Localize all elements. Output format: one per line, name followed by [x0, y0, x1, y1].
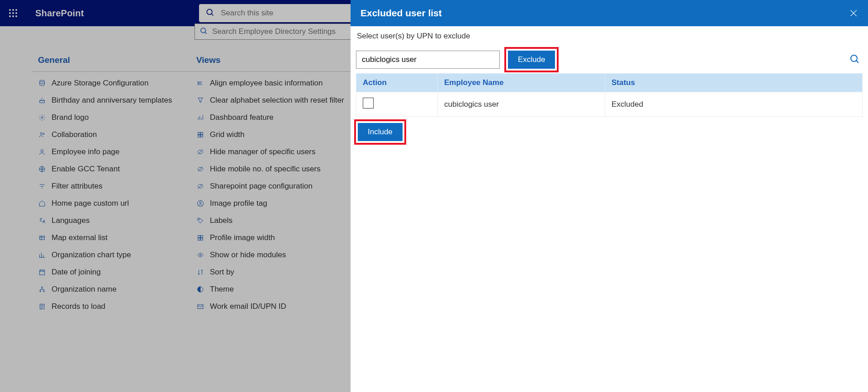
- svg-point-6: [9, 15, 11, 17]
- database-icon: [38, 79, 46, 87]
- settings-item-label: Clear alphabet selection with reset filt…: [210, 96, 344, 105]
- settings-item-label: Dashboard feature: [210, 113, 274, 122]
- settings-item-label: Records to load: [52, 302, 105, 311]
- map-icon: [38, 234, 46, 242]
- org-tree-icon: [38, 285, 46, 293]
- settings-item[interactable]: Azure Storage Configuration: [32, 75, 190, 92]
- sort-icon: [196, 268, 204, 276]
- settings-item[interactable]: Image profile tag: [190, 195, 362, 212]
- svg-point-17: [43, 133, 44, 134]
- settings-item[interactable]: Align employee basic information: [190, 75, 362, 92]
- search-icon: [205, 8, 214, 19]
- settings-item[interactable]: Grid width: [190, 126, 362, 143]
- svg-rect-23: [40, 236, 45, 240]
- settings-item[interactable]: Hide mobile no. of specific users: [190, 161, 362, 178]
- grid-icon: [196, 234, 204, 242]
- table-row: cubiclogics userExcluded: [356, 92, 863, 117]
- settings-item[interactable]: Date of joining: [32, 264, 190, 281]
- close-icon[interactable]: [849, 9, 858, 18]
- th-action: Action: [356, 74, 438, 92]
- include-button[interactable]: Include: [358, 123, 403, 141]
- settings-item[interactable]: Sort by: [190, 264, 362, 281]
- svg-point-16: [40, 132, 42, 134]
- panel-instruction: Select user(s) by UPN to exclude: [356, 32, 863, 41]
- search-icon: [199, 27, 208, 37]
- svg-point-18: [41, 150, 43, 152]
- exclude-button[interactable]: Exclude: [508, 51, 555, 69]
- eye-icon: [196, 251, 204, 259]
- settings-item[interactable]: Languages: [32, 212, 190, 229]
- grid-icon: [196, 131, 204, 139]
- settings-item[interactable]: Profile image width: [190, 229, 362, 246]
- svg-rect-58: [201, 238, 203, 241]
- th-name: Employee Name: [438, 74, 605, 92]
- column-header-general: General: [32, 50, 190, 72]
- svg-point-31: [40, 291, 41, 292]
- settings-item-label: Hide mobile no. of specific users: [210, 165, 321, 174]
- settings-item[interactable]: Records to load: [32, 298, 190, 315]
- settings-item-label: Show or hide modules: [210, 250, 286, 260]
- settings-item-label: Image profile tag: [210, 199, 267, 208]
- settings-item[interactable]: Labels: [190, 212, 362, 229]
- settings-item[interactable]: Employee info page: [32, 143, 190, 161]
- column-general: General Azure Storage ConfigurationBirth…: [32, 50, 190, 315]
- svg-point-9: [207, 9, 212, 14]
- svg-point-2: [15, 9, 17, 11]
- panel-header: Excluded user list: [351, 0, 868, 26]
- svg-rect-57: [198, 238, 200, 241]
- row-checkbox[interactable]: [363, 98, 374, 109]
- svg-point-3: [9, 12, 11, 14]
- cake-icon: [38, 96, 46, 104]
- svg-point-64: [851, 55, 857, 61]
- cell-status: Excluded: [605, 92, 863, 117]
- svg-point-8: [15, 15, 17, 17]
- funnel-icon: [196, 96, 204, 104]
- settings-item[interactable]: Show or hide modules: [190, 246, 362, 264]
- svg-rect-47: [198, 135, 200, 137]
- svg-rect-46: [201, 132, 203, 135]
- settings-item-label: Enable GCC Tenant: [52, 165, 120, 174]
- svg-point-52: [199, 202, 201, 203]
- settings-item-label: Brand logo: [52, 113, 89, 122]
- settings-item[interactable]: Enable GCC Tenant: [32, 161, 190, 178]
- upn-input[interactable]: [356, 51, 500, 69]
- settings-item[interactable]: Map external list: [32, 229, 190, 246]
- settings-item[interactable]: Dashboard feature: [190, 109, 362, 126]
- svg-point-54: [199, 219, 199, 220]
- cell-employee-name: cubiclogics user: [438, 92, 605, 117]
- settings-item[interactable]: Organization chart type: [32, 246, 190, 264]
- settings-item-label: Organization name: [52, 285, 117, 294]
- svg-point-32: [43, 291, 45, 292]
- settings-item[interactable]: Organization name: [32, 281, 190, 298]
- tag-icon: [196, 217, 204, 225]
- app-launcher-icon[interactable]: [6, 6, 20, 20]
- gear-icon: [38, 113, 46, 122]
- svg-point-59: [199, 254, 201, 255]
- settings-item[interactable]: Work email ID/UPN ID: [190, 298, 362, 315]
- settings-item[interactable]: Theme: [190, 281, 362, 298]
- align-icon: [196, 79, 204, 87]
- settings-columns: General Azure Storage ConfigurationBirth…: [32, 50, 362, 315]
- settings-item-label: Grid width: [210, 130, 245, 139]
- svg-point-13: [40, 80, 45, 82]
- settings-item[interactable]: Birthday and anniversary templates: [32, 92, 190, 109]
- svg-point-11: [201, 28, 206, 33]
- settings-item[interactable]: Sharepoint page configuration: [190, 178, 362, 195]
- settings-item[interactable]: Home page custom url: [32, 195, 190, 212]
- globe-icon: [38, 165, 46, 173]
- settings-item[interactable]: Filter attributes: [32, 178, 190, 195]
- settings-item-label: Filter attributes: [52, 182, 102, 191]
- settings-item[interactable]: Hide manager of specific users: [190, 143, 362, 161]
- search-icon[interactable]: [849, 53, 860, 66]
- brand-label[interactable]: SharePoint: [35, 8, 84, 19]
- person-icon: [38, 148, 46, 156]
- settings-item[interactable]: Brand logo: [32, 109, 190, 126]
- exclude-highlight: Exclude: [504, 47, 559, 72]
- mail-icon: [196, 302, 204, 311]
- settings-item-label: Work email ID/UPN ID: [210, 302, 286, 311]
- svg-line-65: [856, 61, 859, 63]
- records-icon: [38, 302, 46, 311]
- settings-item-label: Theme: [210, 285, 234, 294]
- settings-item[interactable]: Collaboration: [32, 126, 190, 143]
- settings-item[interactable]: Clear alphabet selection with reset filt…: [190, 92, 362, 109]
